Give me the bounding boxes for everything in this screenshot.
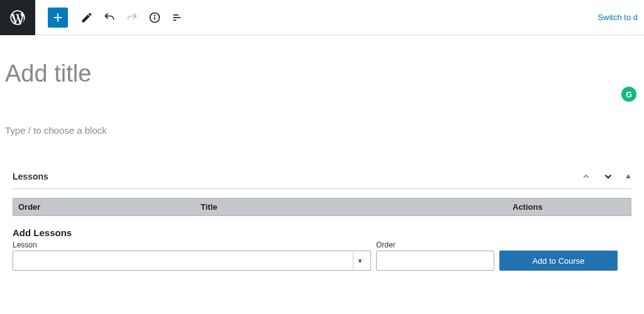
redo-button [121,6,143,29]
lesson-select[interactable]: ▼ [13,251,371,271]
edit-mode-button[interactable] [75,6,98,29]
lessons-panel: Lessons Order Title Actions Add Lessons … [0,166,644,271]
wordpress-icon [9,9,26,26]
add-lessons-form: Lesson ▼ Order Add to Course [13,241,631,271]
info-icon [148,11,161,24]
add-to-course-button[interactable]: Add to Course [499,251,618,271]
info-button[interactable] [143,6,166,29]
svg-marker-8 [626,174,631,178]
list-icon [171,11,184,24]
lessons-table: Order Title Actions [13,198,631,216]
editor-toolbar: Switch to d [0,0,644,35]
editor-content: Type / to choose a block [0,35,644,136]
svg-point-4 [155,15,155,16]
order-input[interactable] [376,251,494,271]
panel-controls [581,171,631,182]
chevron-down-icon [602,171,614,182]
chevron-down-icon: ▼ [353,252,367,269]
outline-button[interactable] [166,6,189,29]
redo-icon [126,11,138,24]
add-block-button[interactable] [48,8,68,28]
undo-icon [103,11,116,24]
col-title-header: Title [201,202,513,212]
panel-collapse-up-button[interactable] [581,171,591,181]
lessons-panel-header: Lessons [13,166,631,189]
lesson-field-label: Lesson [13,241,371,249]
grammarly-icon[interactable]: G [621,87,636,102]
add-lessons-section: Add Lessons Lesson ▼ Order Add to Course [13,227,631,271]
add-lessons-heading: Add Lessons [13,227,631,238]
block-prompt[interactable]: Type / to choose a block [5,125,644,136]
col-order-header: Order [18,202,201,212]
triangle-up-icon [625,173,631,180]
col-actions-header: Actions [513,202,626,212]
lessons-panel-title: Lessons [13,171,48,181]
toolbar-button-group [48,6,189,29]
pencil-icon [80,11,93,24]
switch-to-draft-link[interactable]: Switch to d [597,13,638,22]
order-field-label: Order [376,241,494,249]
chevron-up-icon [581,171,591,181]
undo-button[interactable] [98,6,121,29]
lessons-table-header: Order Title Actions [13,198,631,216]
plus-icon [51,11,65,24]
wordpress-logo[interactable] [0,0,35,35]
post-title-input[interactable] [5,60,508,87]
panel-expand-down-button[interactable] [602,171,614,182]
panel-sort-button[interactable] [625,173,631,180]
